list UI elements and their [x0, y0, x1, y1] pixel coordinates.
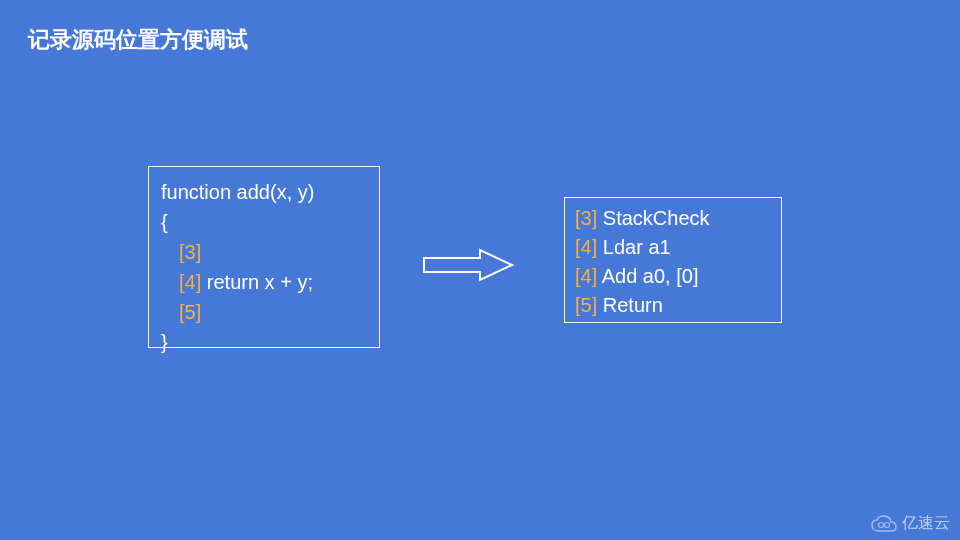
bytecode-position-marker: [5]: [575, 294, 597, 316]
bytecode-line: [4] Add a0, [0]: [575, 262, 771, 291]
source-position-marker: [5]: [161, 297, 367, 327]
bytecode-op: StackCheck: [597, 207, 709, 229]
bytecode-op: Ldar a1: [597, 236, 670, 258]
cloud-icon: [871, 515, 897, 533]
bytecode-op: Add a0, [0]: [597, 265, 698, 287]
bytecode-line: [4] Ldar a1: [575, 233, 771, 262]
bytecode-position-marker: [3]: [575, 207, 597, 229]
source-code-box: function add(x, y) { [3] [4] return x + …: [148, 166, 380, 348]
source-line: [4] return x + y;: [161, 267, 367, 297]
watermark-text: 亿速云: [902, 513, 950, 534]
bytecode-line: [3] StackCheck: [575, 204, 771, 233]
source-code-text: return x + y;: [201, 271, 313, 293]
source-line: }: [161, 327, 367, 357]
source-position-marker: [4]: [179, 271, 201, 293]
svg-point-1: [885, 522, 890, 527]
page-title: 记录源码位置方便调试: [28, 25, 248, 55]
arrow-icon: [422, 248, 514, 282]
bytecode-position-marker: [4]: [575, 265, 597, 287]
bytecode-line: [5] Return: [575, 291, 771, 320]
bytecode-box: [3] StackCheck [4] Ldar a1 [4] Add a0, […: [564, 197, 782, 323]
svg-point-0: [879, 522, 884, 527]
source-position-marker: [3]: [161, 237, 367, 267]
source-line: {: [161, 207, 367, 237]
watermark: 亿速云: [871, 513, 950, 534]
source-line: function add(x, y): [161, 177, 367, 207]
bytecode-op: Return: [597, 294, 663, 316]
bytecode-position-marker: [4]: [575, 236, 597, 258]
